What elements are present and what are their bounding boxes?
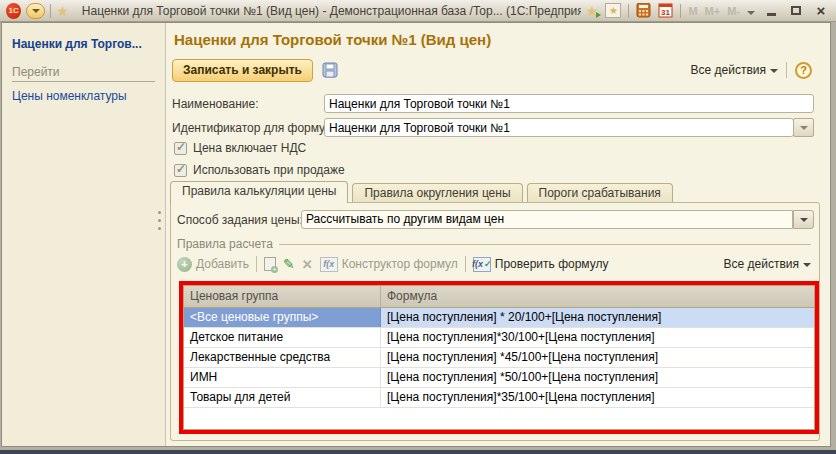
table-row[interactable]: ИМН[Цена поступления] *50/100+[Цена пост…: [184, 368, 814, 388]
add-row-button[interactable]: + Добавить: [177, 257, 249, 272]
all-actions-label: Все действия: [691, 63, 766, 77]
check-formula-label: Проверить формулу: [495, 257, 609, 271]
rules-group-label: Правила расчета: [177, 237, 273, 251]
check-icon: ✓: [176, 162, 186, 176]
table-cell[interactable]: [Цена поступления] * 20/100+[Цена поступ…: [381, 308, 667, 327]
table-all-actions-menu[interactable]: Все действия: [724, 257, 811, 271]
calculator-icon[interactable]: [636, 3, 651, 18]
delete-icon: ✕: [302, 258, 313, 271]
close-button[interactable]: ×: [812, 3, 830, 19]
copy-icon: +: [264, 257, 276, 271]
open-favorites-button[interactable]: ★: [605, 3, 621, 18]
table-row[interactable]: Товары для детей[Цена поступления]*35/10…: [184, 388, 814, 408]
use-on-sale-checkbox[interactable]: ✓: [174, 164, 187, 177]
favorites-star-icon[interactable]: ★: [56, 4, 69, 18]
formula-builder-button[interactable]: f(x Конструктор формул: [320, 257, 458, 272]
calendar-icon[interactable]: 31: [658, 3, 673, 18]
table-cell[interactable]: [Цена поступления]*30/100+[Цена поступле…: [381, 328, 661, 347]
maximize-button[interactable]: [787, 3, 805, 19]
formula-builder-label: Конструктор формул: [342, 257, 458, 271]
rules-group-header: Правила расчета: [177, 237, 811, 251]
memory-mplus-button[interactable]: M+: [705, 5, 721, 17]
identifier-field-label: Идентификатор для формул:: [172, 121, 335, 135]
table-cell[interactable]: Детское питание: [184, 328, 381, 347]
table-row[interactable]: <Все ценовые группы>[Цена поступления] *…: [184, 308, 814, 328]
name-field-label: Наименование:: [172, 97, 259, 111]
tab-1[interactable]: Правила округления цены: [352, 183, 522, 203]
all-actions-menu[interactable]: Все действия: [691, 63, 778, 77]
calculation-rules-panel: Способ задания цены: Рассчитывать по дру…: [170, 202, 820, 441]
sidebar-link-item-prices[interactable]: Цены номенклатуры: [12, 89, 155, 103]
tab-strip: Правила калькуляции ценыПравила округлен…: [170, 181, 673, 203]
name-input[interactable]: [324, 94, 814, 113]
table-cell[interactable]: <Все ценовые группы>: [184, 308, 381, 327]
identifier-dropdown-button[interactable]: [793, 118, 814, 137]
navigation-sidebar: Наценки для Торгов... Перейти Цены номен…: [2, 23, 166, 446]
table-header-row: Ценовая группаФормула: [184, 286, 814, 308]
svg-text:31: 31: [661, 8, 670, 17]
separator: [628, 4, 629, 18]
sidebar-section-goto: Перейти: [12, 65, 155, 82]
vat-included-label: Цена включает НДС: [193, 141, 306, 155]
maximize-icon: [791, 6, 801, 15]
add-to-favorites-button[interactable]: ★: [586, 4, 599, 18]
delete-row-button[interactable]: ✕: [302, 258, 313, 271]
help-button[interactable]: ?: [795, 62, 812, 79]
identifier-input[interactable]: [324, 118, 794, 137]
table-cell[interactable]: [Цена поступления] *45/100+[Цена поступл…: [381, 348, 664, 367]
green-arrow-icon: [596, 12, 601, 18]
price-method-combo[interactable]: Рассчитывать по другим видам цен: [301, 210, 793, 229]
chevron-down-icon: [800, 126, 808, 130]
save-button[interactable]: [319, 59, 341, 81]
window-bottom-edge: [0, 450, 836, 454]
table-cell[interactable]: Товары для детей: [184, 388, 381, 407]
sidebar-title: Наценки для Торгов...: [12, 37, 155, 51]
chevron-down-icon: [32, 9, 40, 13]
tab-0[interactable]: Правила калькуляции цены: [170, 181, 348, 203]
table-row[interactable]: Лекарственные средства[Цена поступления]…: [184, 348, 814, 368]
price-rules-table: Ценовая группаФормула <Все ценовые групп…: [183, 285, 815, 430]
memory-mminus-button[interactable]: M-: [727, 5, 740, 17]
table-cell[interactable]: [Цена поступления] *50/100+[Цена поступл…: [381, 368, 664, 387]
save-and-close-button[interactable]: Записать и закрыть: [172, 59, 313, 82]
close-icon: ×: [817, 4, 826, 18]
star-icon: ★: [609, 6, 618, 16]
price-method-dropdown-button[interactable]: [793, 210, 814, 229]
main-content: Наценки для Торговой точки №1 (Вид цен) …: [166, 23, 830, 446]
page-title: Наценки для Торговой точки №1 (Вид цен): [174, 31, 491, 48]
chevron-down-icon: [770, 69, 778, 73]
chevron-down-icon: [803, 263, 811, 267]
splitter-grip[interactable]: [158, 211, 161, 230]
main-menu-button[interactable]: [26, 3, 45, 19]
separator: [786, 62, 787, 78]
column-header[interactable]: Формула: [381, 286, 443, 307]
copy-row-button[interactable]: +: [264, 257, 276, 271]
chevron-down-icon: [800, 218, 808, 222]
vat-included-checkbox[interactable]: ✓: [174, 142, 187, 155]
separator: [50, 4, 51, 18]
1c-logo-icon: 1С: [6, 3, 21, 19]
memory-m-button[interactable]: M: [688, 5, 697, 17]
edit-row-button[interactable]: ✎: [283, 257, 295, 271]
toolbar-overflow-button[interactable]: [747, 11, 755, 15]
table-cell[interactable]: ИМН: [184, 368, 381, 387]
separator: [680, 4, 681, 18]
separator: [256, 256, 257, 272]
column-header[interactable]: Ценовая группа: [184, 286, 381, 307]
rules-toolbar: + Добавить + ✎ ✕ f(x Конструктор формул …: [177, 253, 811, 275]
floppy-icon: [322, 62, 338, 78]
check-formula-button[interactable]: f(x✓ Проверить формулу: [473, 257, 609, 272]
minimize-button[interactable]: [762, 3, 780, 19]
separator: [465, 256, 466, 272]
table-all-actions-label: Все действия: [724, 257, 799, 271]
price-method-label: Способ задания цены:: [177, 213, 303, 227]
table-cell[interactable]: Лекарственные средства: [184, 348, 381, 367]
group-line: [279, 244, 811, 245]
table-empty-area: [184, 408, 814, 429]
tab-2[interactable]: Пороги срабатывания: [527, 183, 673, 203]
table-cell[interactable]: [Цена поступления]*35/100+[Цена поступле…: [381, 388, 661, 407]
formula-check-icon: f(x✓: [473, 257, 491, 272]
check-icon: ✓: [176, 140, 186, 154]
window-title: Наценки для Торговой точки №1 (Вид цен) …: [82, 4, 581, 18]
table-row[interactable]: Детское питание[Цена поступления]*30/100…: [184, 328, 814, 348]
